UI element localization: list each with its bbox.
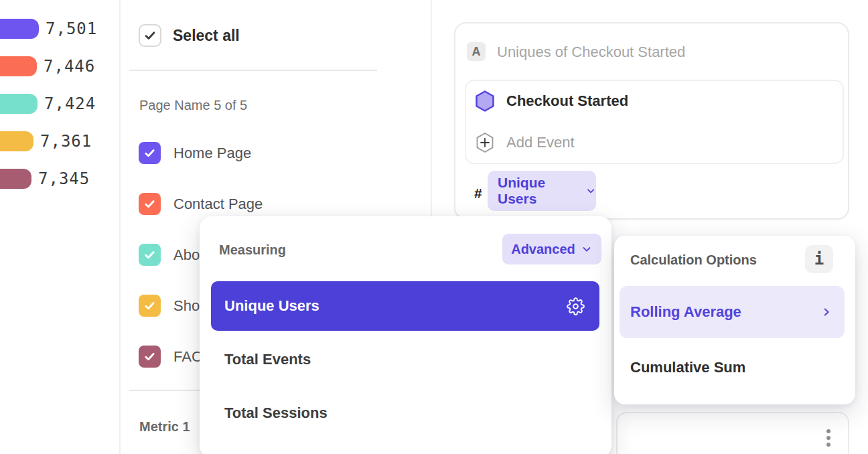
series-checkbox[interactable] bbox=[139, 142, 161, 164]
measure-type-symbol: # bbox=[474, 185, 482, 202]
check-icon bbox=[143, 198, 156, 210]
menu-option-label: Total Events bbox=[224, 351, 311, 368]
series-item-label[interactable]: FAC bbox=[173, 348, 202, 366]
series-checkbox[interactable] bbox=[139, 346, 161, 368]
kebab-dot bbox=[826, 443, 830, 447]
kebab-menu-button[interactable] bbox=[826, 429, 830, 447]
series-item-label[interactable]: Contact Page bbox=[173, 196, 263, 213]
measuring-menu: Measuring Advanced Unique Users Total Ev… bbox=[200, 216, 611, 454]
check-icon bbox=[143, 299, 156, 312]
legend-item: 7,501 bbox=[0, 19, 97, 39]
legend-bar-swatch bbox=[0, 131, 33, 151]
calculation-options-menu: Calculation Options i Rolling Average Cu… bbox=[614, 236, 855, 404]
legend-bar-swatch bbox=[0, 94, 38, 114]
menu-option-rolling-average[interactable]: Rolling Average bbox=[620, 286, 845, 338]
legend-item: 7,446 bbox=[0, 56, 95, 76]
menu-option-unique-users[interactable]: Unique Users bbox=[211, 281, 599, 331]
menu-option-label: Unique Users bbox=[224, 297, 319, 315]
add-event-label[interactable]: Add Event bbox=[506, 134, 575, 151]
kebab-dot bbox=[826, 429, 830, 433]
section-divider bbox=[129, 70, 377, 71]
add-event-row[interactable]: Add Event bbox=[476, 132, 575, 153]
menu-option-total-sessions[interactable]: Total Sessions bbox=[211, 388, 599, 438]
legend-bar-swatch bbox=[0, 56, 37, 76]
kebab-dot bbox=[826, 436, 830, 440]
legend-bar-swatch bbox=[0, 169, 31, 189]
measuring-mode-dropdown[interactable]: Advanced bbox=[502, 234, 601, 264]
measuring-menu-title: Measuring bbox=[219, 242, 286, 258]
check-icon bbox=[143, 350, 156, 363]
series-item-label[interactable]: Abo bbox=[173, 246, 200, 264]
event-row[interactable]: Checkout Started bbox=[476, 90, 628, 112]
series-item-row: Home Page bbox=[139, 142, 251, 164]
info-button[interactable]: i bbox=[805, 245, 833, 273]
menu-option-label: Rolling Average bbox=[630, 303, 741, 321]
measure-dropdown-value: Unique Users bbox=[498, 175, 579, 207]
event-hexagon-icon bbox=[476, 90, 494, 112]
legend-value: 7,361 bbox=[40, 132, 92, 151]
add-event-icon bbox=[476, 132, 494, 153]
check-icon bbox=[143, 248, 156, 261]
chevron-down-icon bbox=[585, 185, 596, 197]
series-item-row: FAC bbox=[139, 346, 202, 368]
gear-icon[interactable] bbox=[567, 297, 585, 315]
series-item-label[interactable]: Sho bbox=[173, 297, 200, 315]
legend-value: 7,345 bbox=[38, 169, 90, 188]
menu-option-label: Total Sessions bbox=[224, 404, 328, 422]
series-checkbox[interactable] bbox=[139, 244, 161, 266]
panel-divider-left bbox=[119, 0, 121, 454]
check-icon bbox=[143, 29, 157, 42]
measuring-mode-value: Advanced bbox=[511, 242, 575, 257]
measure-dropdown[interactable]: Unique Users bbox=[488, 171, 596, 211]
chevron-right-icon bbox=[820, 306, 833, 318]
series-item-row: Contact Page bbox=[139, 193, 263, 215]
select-all-label[interactable]: Select all bbox=[173, 27, 240, 45]
series-item-row: Sho bbox=[139, 295, 200, 317]
menu-option-cumulative-sum[interactable]: Cumulative Sum bbox=[630, 359, 745, 376]
analytics-screen: 7,501 7,446 7,424 7,361 7,345 Se bbox=[0, 0, 868, 454]
legend-value: 7,446 bbox=[44, 57, 95, 76]
series-checkbox[interactable] bbox=[139, 295, 161, 317]
legend-value: 7,424 bbox=[44, 94, 96, 113]
metric-row-badge: A bbox=[467, 42, 486, 61]
menu-option-total-events[interactable]: Total Events bbox=[211, 335, 599, 384]
series-item-label[interactable]: Home Page bbox=[173, 145, 251, 162]
select-all-row: Select all bbox=[139, 24, 240, 47]
metric-name-input[interactable]: Uniques of Checkout Started bbox=[497, 44, 685, 61]
legend-value: 7,501 bbox=[46, 19, 97, 38]
legend-item: 7,424 bbox=[0, 94, 96, 114]
section-label: Page Name 5 of 5 bbox=[139, 98, 247, 113]
chevron-down-icon bbox=[581, 243, 593, 255]
legend-item: 7,361 bbox=[0, 131, 92, 151]
query-builder-card: A Uniques of Checkout Started Checkout S… bbox=[454, 22, 849, 220]
next-section-card bbox=[616, 412, 849, 454]
series-item-row: Abo bbox=[139, 244, 200, 266]
event-name[interactable]: Checkout Started bbox=[506, 92, 628, 110]
select-all-checkbox[interactable] bbox=[139, 24, 161, 47]
calculation-options-title: Calculation Options bbox=[630, 252, 757, 268]
legend-item: 7,345 bbox=[0, 169, 90, 189]
check-icon bbox=[143, 147, 156, 159]
event-card: Checkout Started Add Event bbox=[465, 80, 844, 164]
legend-bar-swatch bbox=[0, 19, 39, 39]
metric-label: Metric 1 bbox=[139, 419, 190, 435]
series-checkbox[interactable] bbox=[139, 193, 161, 215]
